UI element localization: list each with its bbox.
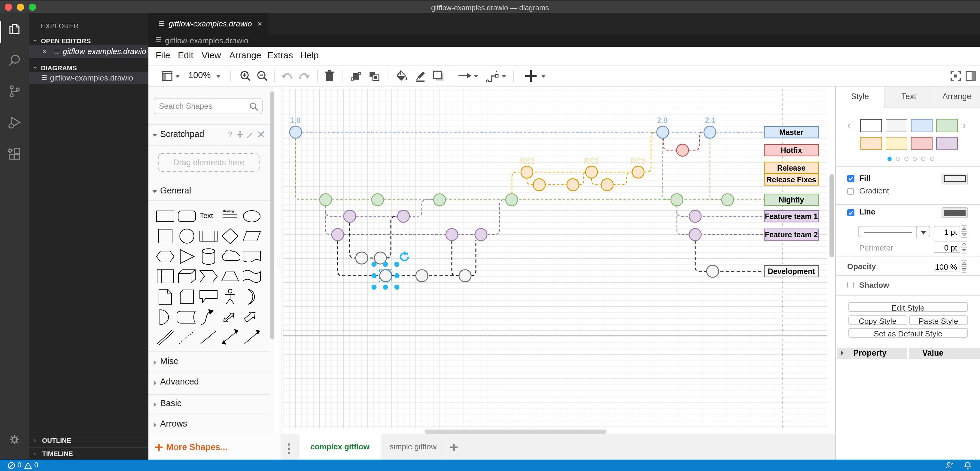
svg-text:Heading: Heading	[223, 209, 234, 212]
svg-text:Feature team 2: Feature team 2	[765, 231, 818, 239]
svg-text:2.1: 2.1	[705, 116, 715, 124]
svg-text:1.0: 1.0	[290, 116, 301, 124]
svg-text:Release Fixes: Release Fixes	[766, 175, 816, 184]
svg-text:RC2: RC2	[584, 157, 599, 165]
svg-text:Development: Development	[768, 267, 815, 275]
svg-text:Nightly: Nightly	[778, 196, 804, 204]
svg-text:Feature team 1: Feature team 1	[765, 212, 818, 221]
svg-text:RC3: RC3	[630, 157, 645, 165]
svg-text:Master: Master	[779, 128, 803, 136]
svg-text:RC1: RC1	[520, 157, 535, 165]
svg-text:2.0: 2.0	[657, 116, 668, 124]
svg-text:Hotfix: Hotfix	[781, 146, 802, 154]
svg-text:Release: Release	[777, 164, 805, 172]
